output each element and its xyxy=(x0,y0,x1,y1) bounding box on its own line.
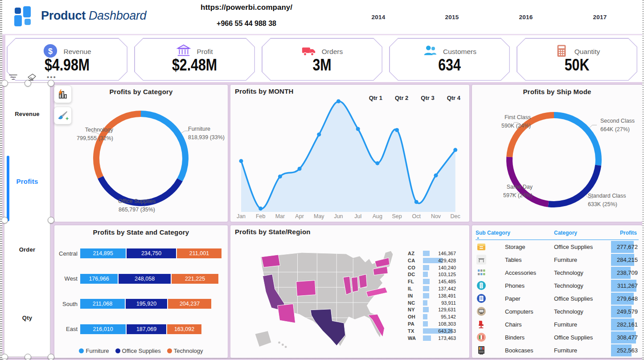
state-shape-co[interactable] xyxy=(296,280,316,296)
data-point-oct[interactable] xyxy=(414,200,418,204)
state-data-bar xyxy=(423,314,427,319)
table-row-tables[interactable]: Tables Furniture 284,215 xyxy=(476,253,639,266)
selection-handle[interactable] xyxy=(48,217,54,223)
year-label-2016[interactable]: 2016 xyxy=(510,14,541,21)
data-point-jun[interactable] xyxy=(336,99,340,103)
svg-text:+: + xyxy=(66,116,69,121)
sidebar-item-revenue[interactable]: Revenue xyxy=(4,111,50,117)
bar-segment-office-supplies[interactable]: 234,750 xyxy=(127,248,176,258)
donut-label-technology: Technology799,555 (32%) xyxy=(58,126,113,143)
state-list-row-tx[interactable]: TX 643,263 xyxy=(408,328,457,335)
table-row-paper[interactable]: Paper Office Supplies 279,648 xyxy=(476,292,639,305)
state-list-row-in[interactable]: IN 138,491 xyxy=(408,293,457,300)
data-point-jul[interactable] xyxy=(356,127,360,131)
selection-handle[interactable] xyxy=(25,354,31,360)
table-row-chairs[interactable]: Chairs Furniture 282,161 xyxy=(476,318,639,331)
eraser-icon[interactable] xyxy=(27,73,37,81)
year-label-2014[interactable]: 2014 xyxy=(363,14,394,21)
data-point-aug[interactable] xyxy=(375,161,379,165)
paintbrush-add-icon[interactable]: + xyxy=(54,107,72,124)
year-label-2017[interactable]: 2017 xyxy=(584,14,615,21)
selection-handle[interactable] xyxy=(1,354,8,360)
state-value: 93,911 xyxy=(441,300,456,306)
data-point-mar[interactable] xyxy=(278,174,282,178)
data-point-apr[interactable] xyxy=(298,167,302,171)
state-shape-oh[interactable] xyxy=(359,274,367,288)
state-shape-in[interactable] xyxy=(351,277,358,292)
state-list-row-pa[interactable]: PA 108,303 xyxy=(408,321,457,328)
chart-title: Profits by State/Region xyxy=(235,228,311,236)
state-list-row-co[interactable]: CO 140,240 xyxy=(408,265,457,272)
month-line-chart[interactable]: JanFebMarAprMayJunJulAugSepOctNovDec xyxy=(230,85,469,222)
state-list-row-wa[interactable]: WA 173,463 xyxy=(408,335,457,342)
bar-segment-office-supplies[interactable]: 187,069 xyxy=(127,324,166,334)
bar-segment-technology[interactable]: 211,001 xyxy=(177,248,222,258)
bar-segment-technology[interactable]: 163,092 xyxy=(167,324,201,334)
column-header-sub-category[interactable]: Sub Category xyxy=(476,230,510,236)
us-choropleth-map[interactable] xyxy=(237,239,410,356)
filter-lines-icon[interactable] xyxy=(9,74,17,80)
app-logo-icon xyxy=(14,6,35,27)
sidebar-item-qty[interactable]: Qty xyxy=(4,314,50,321)
state-list-row-dc[interactable]: DC 103,125 xyxy=(408,271,457,278)
sidebar-item-profits[interactable]: Profits xyxy=(4,178,50,185)
state-list-row-ny[interactable]: NY 129,631 xyxy=(408,306,457,314)
table-row-bookcases[interactable]: Bookcases Furniture 252,563 xyxy=(476,344,639,357)
bar-segment-office-supplies[interactable]: 195,920 xyxy=(126,299,167,309)
data-point-feb[interactable] xyxy=(258,207,263,211)
sidebar-item-order[interactable]: Order xyxy=(4,246,50,253)
donut-slice-technology[interactable] xyxy=(96,114,141,178)
cell-profit: 249,579 xyxy=(617,308,638,315)
state-data-bar xyxy=(423,279,430,284)
selection-handle[interactable] xyxy=(1,217,8,223)
table-row-binders[interactable]: Binders Office Supplies 308,477 xyxy=(476,331,639,344)
kpi-card-orders[interactable]: Orders 3M xyxy=(262,38,382,81)
state-list-row-fl[interactable]: FL 145,485 xyxy=(408,278,457,286)
state-list-row-az[interactable]: AZ 146,367 xyxy=(408,250,457,257)
kpi-card-profit[interactable]: Profit $2.48M xyxy=(134,38,255,81)
bar-segment-technology[interactable]: 221,225 xyxy=(172,274,218,284)
sort-ascending-icon[interactable]: ▲ xyxy=(476,236,480,239)
state-list-row-il[interactable]: IL 137,442 xyxy=(408,286,457,293)
donut-slice-second-class[interactable] xyxy=(554,115,599,166)
state-shape-wa[interactable] xyxy=(262,255,280,267)
bar-segment-furniture[interactable]: 176,966 xyxy=(80,274,118,284)
data-point-may[interactable] xyxy=(317,132,321,137)
bar-segment-office-supplies[interactable]: 248,058 xyxy=(119,274,171,284)
analyze-bars-lightning-icon[interactable] xyxy=(54,85,72,103)
data-point-sep[interactable] xyxy=(395,128,399,132)
more-options-icon[interactable]: ••• xyxy=(47,75,57,79)
bar-segment-furniture[interactable]: 211,068 xyxy=(80,299,125,309)
kpi-value: 634 xyxy=(400,56,499,74)
selection-handle[interactable] xyxy=(1,80,8,87)
year-label-2015[interactable]: 2015 xyxy=(436,14,468,21)
data-point-jan[interactable] xyxy=(239,159,243,163)
state-shape-az[interactable] xyxy=(278,304,295,323)
column-header-profits[interactable]: Profits xyxy=(620,230,637,236)
table-header: Sub Category ▲ Category Profits xyxy=(476,229,639,240)
state-list-row-ca[interactable]: CA 429,428 xyxy=(408,257,457,265)
table-row-phones[interactable]: Phones Technology 311,267 xyxy=(476,279,639,292)
table-row-accessories[interactable]: Accessories Technology 238,709 xyxy=(476,266,639,279)
selection-handle[interactable] xyxy=(48,354,54,360)
bar-segment-furniture[interactable]: 216,010 xyxy=(80,324,126,334)
table-row-computers[interactable]: Computers Technology 249,579 xyxy=(476,305,639,318)
data-point-nov[interactable] xyxy=(434,174,438,178)
state-list-row-oh[interactable]: OH 95,142 xyxy=(408,314,457,321)
legend-item-office-supplies[interactable]: Office Supplies xyxy=(115,348,161,354)
kpi-card-customers[interactable]: Customers 634 xyxy=(389,38,510,81)
kpi-card-quantity[interactable]: Quantity 50K xyxy=(517,38,637,81)
state-abbr: DC xyxy=(408,272,415,277)
bar-segment-furniture[interactable]: 214,895 xyxy=(80,248,126,258)
cell-sub-category: Chairs xyxy=(505,321,522,328)
bar-segment-technology[interactable]: 204,237 xyxy=(168,299,211,309)
legend-item-technology[interactable]: Technology xyxy=(167,348,203,354)
legend-item-furniture[interactable]: Furniture xyxy=(79,348,109,354)
state-shape-fl[interactable] xyxy=(368,314,384,337)
state-list-row-nc[interactable]: NC 93,911 xyxy=(408,300,457,307)
column-header-category[interactable]: Category xyxy=(554,230,577,236)
table-row-storage[interactable]: Storage Office Supplies 277,672 xyxy=(476,240,639,253)
donut-slice-furniture[interactable] xyxy=(141,114,185,180)
data-point-dec[interactable] xyxy=(453,148,457,152)
donut-label-same-day: Same Day597K (24%) xyxy=(480,183,533,200)
